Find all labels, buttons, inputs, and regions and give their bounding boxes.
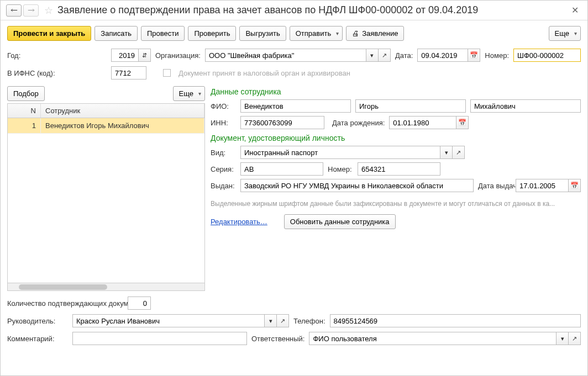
- docnum-input[interactable]: [358, 162, 440, 176]
- fio-label: ФИО:: [211, 102, 236, 110]
- ifns-input[interactable]: [111, 66, 146, 80]
- refresh-employee-button[interactable]: Обновить данные сотрудника: [284, 214, 396, 229]
- post-button[interactable]: Провести: [141, 26, 185, 41]
- application-print-button[interactable]: Заявление: [346, 26, 404, 41]
- date-input[interactable]: [417, 49, 468, 62]
- dob-label: Дата рождения:: [332, 119, 385, 127]
- fixed-data-hint: Выделенные жирным шрифтом данные были за…: [211, 200, 581, 208]
- series-label: Серия:: [211, 165, 236, 173]
- date-calendar-button[interactable]: [468, 49, 480, 62]
- post-and-close-button[interactable]: Провести и закрыть: [7, 26, 91, 41]
- grid-more-button[interactable]: Еще: [173, 86, 205, 101]
- issue-date-input[interactable]: [516, 179, 569, 192]
- manager-dropdown[interactable]: ▾: [265, 314, 277, 327]
- middlename-input[interactable]: [470, 99, 581, 113]
- dockind-dropdown[interactable]: ▾: [440, 146, 453, 159]
- manager-input[interactable]: [72, 314, 265, 327]
- phone-label: Телефон:: [293, 317, 326, 325]
- doc-count-input[interactable]: [128, 296, 151, 310]
- manager-label: Руководитель:: [7, 317, 68, 325]
- issue-date-label: Дата выдачи:: [478, 182, 511, 190]
- favorite-star-icon[interactable]: ☆: [44, 4, 53, 17]
- printer-icon: [352, 29, 359, 38]
- manager-open-button[interactable]: [277, 314, 289, 327]
- issue-date-calendar-button[interactable]: [569, 179, 581, 192]
- dockind-input[interactable]: [240, 146, 440, 159]
- year-stepper[interactable]: ⇵: [139, 49, 151, 62]
- close-button[interactable]: ✕: [568, 4, 582, 17]
- archived-checkbox: [163, 69, 171, 77]
- employees-grid[interactable]: N Сотрудник 1 Венедиктов Игорь Михайлови…: [7, 103, 205, 291]
- org-input[interactable]: [205, 49, 366, 62]
- responsible-open-button[interactable]: [569, 332, 581, 345]
- responsible-input[interactable]: [309, 332, 556, 345]
- org-label: Организация:: [155, 51, 201, 60]
- application-print-label: Заявление: [362, 29, 398, 38]
- series-input[interactable]: [240, 162, 323, 176]
- year-input[interactable]: [111, 49, 139, 62]
- issued-label: Выдан:: [211, 182, 236, 190]
- comment-input[interactable]: [72, 332, 247, 345]
- org-dropdown[interactable]: ▾: [366, 49, 379, 62]
- edit-link[interactable]: Редактировать…: [211, 218, 267, 226]
- identity-doc-section-title: Документ, удостоверяющий личность: [211, 134, 581, 142]
- send-button[interactable]: Отправить: [290, 26, 343, 41]
- docnum-label: Номер:: [328, 165, 353, 173]
- issued-input[interactable]: [240, 179, 474, 192]
- toolbar-more-button[interactable]: Еще: [549, 26, 581, 41]
- dob-calendar-button[interactable]: [456, 116, 469, 129]
- window-title: Заявление о подтверждении права на зачет…: [57, 4, 568, 16]
- grid-header-n[interactable]: N: [8, 104, 41, 118]
- employee-section-title: Данные сотрудника: [211, 87, 581, 96]
- responsible-dropdown[interactable]: ▾: [556, 332, 569, 345]
- dockind-open-button[interactable]: [453, 146, 465, 159]
- doc-count-label: Количество подтверждающих документов:: [7, 299, 123, 308]
- table-row[interactable]: 1 Венедиктов Игорь Михайлович: [8, 118, 204, 134]
- number-input[interactable]: [513, 49, 581, 62]
- ifns-label: В ИФНС (код):: [7, 69, 107, 77]
- row-employee: Венедиктов Игорь Михайлович: [41, 118, 204, 133]
- check-button[interactable]: Проверить: [188, 26, 236, 41]
- pick-button[interactable]: Подбор: [7, 86, 45, 101]
- phone-input[interactable]: [330, 314, 581, 327]
- firstname-input[interactable]: [355, 99, 466, 113]
- save-button[interactable]: Записать: [95, 26, 138, 41]
- year-label: Год:: [7, 51, 107, 60]
- responsible-label: Ответственный:: [251, 335, 305, 343]
- nav-back-button[interactable]: 🡐: [6, 4, 22, 17]
- nav-forward-button[interactable]: 🡒: [23, 4, 39, 17]
- grid-horizontal-scrollbar[interactable]: [8, 283, 204, 290]
- org-open-button[interactable]: [379, 49, 391, 62]
- export-button[interactable]: Выгрузить: [239, 26, 286, 41]
- archived-label: Документ принят в налоговый орган и архи…: [179, 69, 350, 77]
- row-number: 1: [8, 118, 41, 133]
- dob-input[interactable]: [389, 116, 456, 129]
- inn-input[interactable]: [240, 116, 324, 129]
- lastname-input[interactable]: [240, 99, 351, 113]
- comment-label: Комментарий:: [7, 335, 68, 343]
- inn-label: ИНН:: [211, 119, 236, 127]
- dockind-label: Вид:: [211, 149, 236, 157]
- grid-header-employee[interactable]: Сотрудник: [41, 104, 204, 118]
- number-label: Номер:: [485, 51, 509, 60]
- date-label: Дата:: [395, 51, 413, 60]
